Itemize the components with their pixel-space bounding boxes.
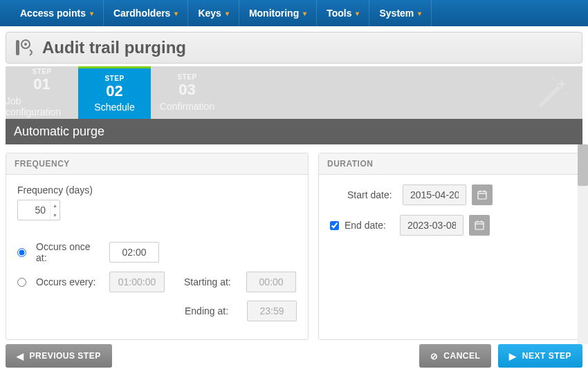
starting-at-input — [246, 272, 296, 292]
occurs-every-label: Occurs every: — [36, 276, 102, 287]
duration-panel: DURATION Start date: End date: — [318, 153, 582, 340]
end-date-calendar-button[interactable] — [469, 215, 490, 236]
frequency-days-input-wrapper: ▲ ▼ — [17, 200, 60, 220]
magic-wand-icon — [533, 75, 569, 113]
key-gear-icon — [15, 38, 37, 57]
nav-system[interactable]: System▾ — [369, 0, 432, 26]
svg-point-2 — [24, 43, 27, 46]
chevron-down-icon: ▾ — [356, 10, 359, 17]
section-header: Automatic purge — [6, 119, 582, 144]
main-nav: Access points▾ Cardholders▾ Keys▾ Monito… — [0, 0, 588, 26]
frequency-panel: FREQUENCY Frequency (days) ▲ ▼ Occurs on… — [6, 153, 309, 340]
frequency-days-input[interactable] — [18, 200, 50, 220]
chevron-right-icon: ▶ — [509, 351, 517, 361]
start-date-calendar-button[interactable] — [472, 184, 493, 205]
scrollbar-thumb[interactable] — [578, 144, 588, 186]
start-date-label: Start date: — [347, 189, 397, 200]
start-date-input[interactable] — [403, 184, 466, 205]
content-area: FREQUENCY Frequency (days) ▲ ▼ Occurs on… — [0, 144, 588, 344]
chevron-down-icon: ▾ — [303, 10, 306, 17]
occurs-once-time-input[interactable] — [109, 242, 159, 263]
calendar-icon — [477, 189, 488, 200]
wizard-steps: STEP 01 Job configuration STEP 02 Schedu… — [6, 66, 582, 119]
ending-at-input — [247, 301, 297, 321]
page-title: Audit trail purging — [42, 38, 186, 57]
occurs-every-radio[interactable] — [17, 278, 26, 287]
occurs-every-interval-input — [109, 272, 165, 292]
chevron-down-icon: ▾ — [418, 10, 421, 17]
step-job-configuration[interactable]: STEP 01 Job configuration — [6, 66, 78, 119]
cancel-icon: ⊘ — [430, 351, 439, 361]
nav-tools[interactable]: Tools▾ — [317, 0, 369, 26]
previous-step-button[interactable]: ◀ PREVIOUS STEP — [6, 344, 112, 368]
nav-access-points[interactable]: Access points▾ — [10, 0, 104, 26]
chevron-down-icon: ▾ — [90, 10, 93, 17]
occurs-once-label: Occurs once at: — [36, 241, 102, 263]
frequency-header: FREQUENCY — [6, 153, 308, 175]
vertical-scrollbar[interactable] — [578, 144, 588, 344]
nav-cardholders[interactable]: Cardholders▾ — [104, 0, 188, 26]
next-step-button[interactable]: ▶ NEXT STEP — [498, 344, 582, 368]
duration-header: DURATION — [319, 153, 582, 175]
svg-rect-9 — [475, 222, 484, 229]
svg-point-4 — [564, 93, 567, 95]
end-date-checkbox[interactable] — [330, 221, 339, 230]
step-confirmation[interactable]: STEP 03 Confirmation — [151, 66, 223, 119]
starting-at-label: Starting at: — [184, 276, 239, 287]
page-title-bar: Audit trail purging — [6, 32, 582, 64]
calendar-icon — [474, 220, 485, 231]
svg-point-3 — [552, 77, 555, 80]
nav-keys[interactable]: Keys▾ — [188, 0, 239, 26]
spinner-down-icon[interactable]: ▼ — [50, 210, 59, 220]
svg-rect-5 — [478, 191, 486, 199]
spinner-up-icon[interactable]: ▲ — [50, 200, 59, 210]
chevron-down-icon: ▾ — [226, 10, 229, 17]
svg-rect-0 — [16, 40, 19, 55]
end-date-input[interactable] — [400, 215, 463, 236]
chevron-left-icon: ◀ — [17, 351, 24, 361]
step-schedule[interactable]: STEP 02 Schedule — [78, 66, 151, 119]
occurs-once-radio[interactable] — [17, 248, 26, 257]
wizard-footer: ◀ PREVIOUS STEP ⊘ CANCEL ▶ NEXT STEP — [0, 344, 588, 369]
ending-at-label: Ending at: — [185, 305, 240, 316]
cancel-button[interactable]: ⊘ CANCEL — [419, 344, 492, 368]
nav-monitoring[interactable]: Monitoring▾ — [239, 0, 317, 26]
frequency-days-label: Frequency (days) — [17, 184, 93, 196]
chevron-down-icon: ▾ — [174, 10, 178, 17]
end-date-label: End date: — [344, 220, 394, 231]
